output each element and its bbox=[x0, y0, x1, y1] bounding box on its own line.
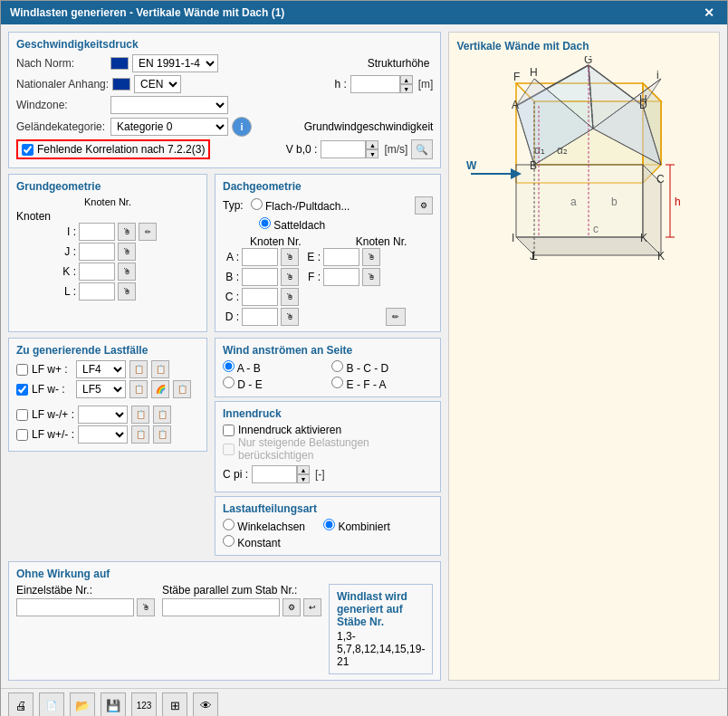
knoten-i-edit-button[interactable]: ✏ bbox=[139, 223, 157, 241]
dach-c-pick-button[interactable]: 🖱 bbox=[281, 288, 299, 306]
parallel-label: Stäbe parallel zum Stab Nr.: bbox=[162, 584, 321, 597]
lwm-btn2[interactable]: 🌈 bbox=[151, 380, 169, 398]
lwp-select[interactable]: LF4 bbox=[76, 360, 126, 378]
h-spin-up[interactable]: ▲ bbox=[400, 75, 413, 84]
innendruck-aktivieren-row: Innendruck aktivieren bbox=[223, 424, 433, 436]
dialog-content: Geschwindigkeitsdruck Nach Norm: EN 1991… bbox=[1, 24, 727, 688]
h-input[interactable]: 7.000 bbox=[350, 75, 400, 93]
toolbar-btn-6[interactable]: ⊞ bbox=[162, 692, 187, 716]
windzone-select[interactable] bbox=[110, 96, 228, 114]
innendruck-checkbox[interactable] bbox=[223, 425, 235, 436]
dach-b-pick-button[interactable]: 🖱 bbox=[281, 268, 299, 286]
lwm-select[interactable]: LF5 bbox=[76, 380, 126, 398]
toolbar-btn-4[interactable]: 💾 bbox=[101, 692, 126, 716]
korrelation-checkbox[interactable] bbox=[22, 144, 34, 156]
lwmp-checkbox[interactable] bbox=[16, 409, 28, 421]
dach-d-input[interactable]: 9 bbox=[242, 308, 278, 326]
lwm-label: LF w- : bbox=[32, 383, 72, 396]
efa-radio-label: E - F - A bbox=[331, 377, 433, 391]
ab-radio[interactable] bbox=[223, 360, 235, 372]
close-button[interactable]: ✕ bbox=[700, 5, 718, 20]
h-label: h : bbox=[334, 78, 346, 91]
knoten-l-pick-button[interactable]: 🖱 bbox=[118, 282, 136, 301]
sattel-radio[interactable] bbox=[259, 217, 271, 229]
h-spin-buttons: ▲ ▼ bbox=[400, 75, 413, 93]
lwpm-btn2[interactable]: 📋 bbox=[153, 425, 171, 444]
knoten-nr-header: Knoten Nr. bbox=[16, 196, 199, 207]
knoten-i-pick-button[interactable]: 🖱 bbox=[118, 223, 136, 241]
dach-a-input[interactable]: 3 bbox=[242, 248, 278, 266]
bcd-radio[interactable] bbox=[331, 360, 343, 372]
flach-radio[interactable] bbox=[251, 198, 263, 210]
knoten-j-input[interactable]: 4 bbox=[79, 243, 115, 261]
svg-text:I: I bbox=[512, 232, 514, 244]
building-diagram: A D B C I K J K G H F H i L W bbox=[462, 56, 706, 328]
gelaende-select[interactable]: Kategorie 0 bbox=[110, 118, 228, 136]
toolbar-btn-7[interactable]: 👁 bbox=[193, 692, 218, 716]
cpi-input[interactable] bbox=[252, 465, 297, 483]
lwpm-select[interactable] bbox=[78, 425, 128, 444]
vb0-spin-down[interactable]: ▼ bbox=[366, 149, 378, 158]
vb0-search-button[interactable]: 🔍 bbox=[411, 139, 433, 159]
knoten-j-pick-button[interactable]: 🖱 bbox=[118, 243, 136, 261]
lwp-btn1[interactable]: 📋 bbox=[129, 360, 148, 378]
lwpm-btn1[interactable]: 📋 bbox=[131, 425, 149, 444]
lwp-btn2[interactable]: 📋 bbox=[151, 360, 169, 378]
dach-e-label: E : bbox=[304, 251, 321, 263]
norm-row: Nach Norm: EN 1991-1-4 Strukturhöhe bbox=[16, 54, 433, 72]
norm-select[interactable]: EN 1991-1-4 bbox=[132, 54, 218, 72]
lwm-btn3[interactable]: 📋 bbox=[173, 380, 191, 398]
lwpm-label: LF w+/- : bbox=[32, 428, 74, 441]
gelaende-info-button[interactable]: i bbox=[232, 117, 252, 137]
dach-e-pick-button[interactable]: 🖱 bbox=[362, 248, 380, 266]
ab-label: A - B bbox=[237, 362, 261, 375]
anhang-select[interactable]: CEN bbox=[134, 75, 181, 93]
dach-d-row: D : 9 🖱 bbox=[223, 308, 299, 326]
dach-a-pick-button[interactable]: 🖱 bbox=[281, 248, 299, 266]
knoten-k-input[interactable]: 10 bbox=[79, 263, 115, 281]
efa-radio[interactable] bbox=[331, 377, 343, 388]
dach-f-input[interactable]: 16 bbox=[323, 268, 359, 286]
lwm-btn1[interactable]: 📋 bbox=[129, 380, 148, 398]
kombiniert-radio[interactable] bbox=[323, 519, 335, 530]
toolbar-btn-2[interactable]: 📄 bbox=[39, 692, 64, 716]
winkelachsen-radio[interactable] bbox=[223, 519, 235, 530]
knoten-i-input[interactable]: 2 bbox=[79, 223, 115, 241]
dach-e-input[interactable]: 5 bbox=[323, 248, 359, 266]
lwp-label: LF w+ : bbox=[32, 363, 72, 376]
cpi-spin-up[interactable]: ▲ bbox=[297, 465, 310, 474]
de-radio[interactable] bbox=[223, 377, 235, 388]
lwmp-btn1[interactable]: 📋 bbox=[131, 406, 149, 424]
parallel-reset-button[interactable]: ↩ bbox=[303, 598, 321, 616]
toolbar-btn-1[interactable]: 🖨 bbox=[8, 692, 34, 716]
dach-f-pick-button[interactable]: 🖱 bbox=[362, 268, 380, 286]
dach-extra-button[interactable]: ✏ bbox=[386, 308, 406, 326]
de-label: D - E bbox=[237, 378, 262, 391]
lwmp-select[interactable] bbox=[78, 406, 128, 424]
vb0-input[interactable]: 20.00 bbox=[321, 140, 366, 158]
knoten-k-pick-button[interactable]: 🖱 bbox=[118, 263, 136, 281]
parallel-input[interactable]: 11 bbox=[162, 598, 280, 616]
dach-b-input[interactable]: 6 bbox=[242, 268, 278, 286]
knoten-main-label: Knoten bbox=[16, 210, 57, 223]
cpi-spin-down[interactable]: ▼ bbox=[297, 474, 310, 483]
svg-text:K: K bbox=[640, 232, 647, 244]
dach-typ-icon-button[interactable]: ⚙ bbox=[415, 196, 433, 215]
nur-steigende-checkbox[interactable] bbox=[223, 444, 235, 455]
toolbar-btn-3[interactable]: 📂 bbox=[70, 692, 95, 716]
einzelstaebe-pick-button[interactable]: 🖱 bbox=[137, 598, 155, 616]
toolbar-btn-5[interactable]: 123 bbox=[131, 692, 157, 716]
vb0-spin-up[interactable]: ▲ bbox=[366, 140, 378, 149]
dach-d-pick-button[interactable]: 🖱 bbox=[281, 308, 299, 326]
parallel-pick-button[interactable]: ⚙ bbox=[283, 598, 301, 616]
konstant-radio[interactable] bbox=[223, 535, 235, 547]
dach-c-input[interactable]: 17 bbox=[242, 288, 278, 306]
einzelstaebe-input[interactable] bbox=[16, 598, 134, 616]
ohne-grid: Einzelstäbe Nr.: 🖱 Stäbe parallel zum St… bbox=[16, 584, 433, 674]
lwmp-btn2[interactable]: 📋 bbox=[153, 406, 171, 424]
h-spin-down[interactable]: ▼ bbox=[400, 84, 413, 93]
knoten-l-input[interactable]: 7 bbox=[79, 282, 115, 301]
lwp-checkbox[interactable] bbox=[16, 364, 28, 376]
lwpm-checkbox[interactable] bbox=[16, 429, 28, 441]
lwm-checkbox[interactable] bbox=[16, 384, 28, 396]
